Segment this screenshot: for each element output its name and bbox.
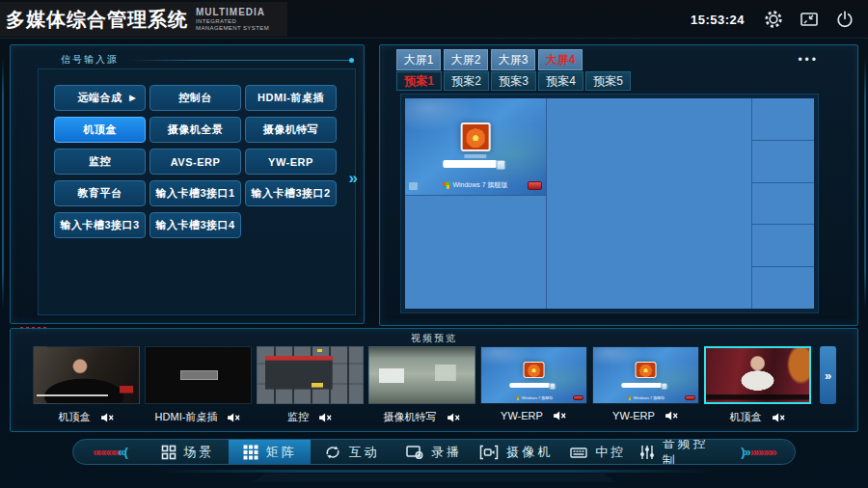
thumbnail-settop-box-2-selected[interactable]: [704, 346, 811, 404]
source-button-slot3-port1[interactable]: 输入卡槽3接口1: [149, 180, 241, 206]
signal-source-header: 信号输入源: [61, 53, 352, 67]
source-button-console[interactable]: 控制台: [149, 85, 241, 111]
wall-column-right: [752, 98, 814, 309]
wall-cell-small-1[interactable]: [752, 98, 814, 141]
source-button-slot3-port4[interactable]: 输入卡槽3接口4: [149, 212, 241, 238]
preview-item-surveillance: 监控: [257, 346, 364, 424]
decor-bottom-trapezoid: [251, 474, 617, 482]
app-root: 多媒体综合管理系统 MULTIMEDIA INTEGRATED MANAGEME…: [0, 0, 868, 488]
nav-items: 场景 矩阵 互动 录播 摄像机 中控: [147, 440, 721, 464]
thumbnail-surveillance[interactable]: [257, 346, 364, 404]
tab-preset-4[interactable]: 预案4: [538, 71, 583, 91]
mute-speaker-icon[interactable]: [772, 412, 786, 423]
interaction-icon: [324, 445, 341, 460]
video-preview-title: 视频预览: [11, 332, 857, 345]
mute-speaker-icon[interactable]: [100, 412, 115, 423]
nav-item-interaction[interactable]: 互动: [311, 440, 393, 464]
thumbnail-camera-closeup[interactable]: [368, 346, 475, 404]
preview-item-camera-closeup: 摄像机特写: [368, 346, 475, 424]
app-subtitle-line2: INTEGRATED MANAGEMENT SYSTEM: [196, 18, 278, 32]
source-button-grid: 远端合成▶ 控制台 HDMI-前桌插 机顶盒 摄像机全景 摄像机特写 监控 AV…: [54, 85, 337, 238]
wall-cell-small-5[interactable]: [752, 267, 814, 309]
camera-icon: [479, 445, 499, 460]
source-button-edu-platform[interactable]: 教育平台: [54, 180, 146, 206]
nav-item-recording[interactable]: 录播: [393, 440, 475, 464]
windows-login-screen: Windows 7 旗舰版: [405, 98, 546, 195]
tab-screen-2[interactable]: 大屏2: [444, 49, 488, 70]
decor-nav-underline: [154, 470, 714, 473]
windows-user-name: [464, 154, 486, 158]
thumbnail-yw-erp-1[interactable]: Windows 7 旗舰版: [480, 346, 587, 404]
mute-speaker-icon[interactable]: [318, 412, 333, 423]
expand-sources-chevron-icon[interactable]: »: [349, 169, 358, 188]
source-button-slot3-port2[interactable]: 输入卡槽3接口2: [245, 180, 337, 206]
more-options-icon[interactable]: •••: [798, 53, 819, 67]
decor-chevrons-right: )»»»»»»: [721, 440, 795, 464]
nav-item-audio-control[interactable]: 音频控制: [639, 440, 721, 464]
clock: 15:53:24: [691, 13, 745, 27]
thumbnail-hdmi-front[interactable]: [145, 346, 252, 404]
app-title-block: 多媒体综合管理系统 MULTIMEDIA INTEGRATED MANAGEME…: [0, 2, 287, 37]
mute-speaker-icon[interactable]: [553, 410, 567, 421]
nav-item-scene[interactable]: 场景: [147, 440, 229, 464]
matrix-grid-icon: [243, 445, 258, 460]
power-icon[interactable]: [833, 8, 856, 31]
wall-cell-small-3[interactable]: [752, 183, 814, 226]
windows-user-avatar: [461, 122, 491, 151]
source-button-settop-box[interactable]: 机顶盒: [54, 117, 146, 143]
windows-shutdown-button: [528, 181, 542, 190]
decor-right-edge: [864, 58, 866, 309]
video-wall-preview[interactable]: Windows 7 旗舰版: [405, 98, 814, 309]
thumb-label: 摄像机特写: [384, 410, 437, 424]
wall-cell-small-4[interactable]: [752, 225, 814, 267]
screen-tabs: 大屏1 大屏2 大屏3 大屏4: [396, 49, 583, 70]
thumb-label: 机顶盒: [59, 410, 91, 424]
wall-cell-large[interactable]: [547, 98, 752, 309]
video-preview-strip: 视频预览 机顶盒 HDMI-前桌插 监控 摄像机特写: [10, 328, 858, 432]
thumbnail-yw-erp-2[interactable]: Windows 7 旗舰版: [592, 346, 699, 404]
source-button-camera-wide[interactable]: 摄像机全景: [149, 117, 241, 143]
big-screen-panel: 大屏1 大屏2 大屏3 大屏4 预案1 预案2 预案3 预案4 预案5 •••: [379, 44, 858, 326]
nav-item-camera[interactable]: 摄像机: [475, 440, 557, 464]
settings-gear-icon[interactable]: [762, 8, 785, 31]
nav-item-matrix[interactable]: 矩阵: [229, 440, 311, 464]
tab-preset-2[interactable]: 预案2: [444, 71, 489, 91]
wall-cell-small-2[interactable]: [752, 141, 814, 183]
thumbnail-settop-box-1[interactable]: [33, 346, 140, 404]
source-button-yw-erp[interactable]: YW-ERP: [245, 149, 337, 175]
wall-cell-blank[interactable]: [405, 196, 546, 309]
app-subtitle: MULTIMEDIA INTEGRATED MANAGEMENT SYSTEM: [196, 7, 278, 32]
wall-column-left: Windows 7 旗舰版: [405, 98, 547, 309]
thumb-label: YW-ERP: [612, 410, 655, 421]
tab-screen-1[interactable]: 大屏1: [396, 49, 441, 70]
source-button-camera-closeup[interactable]: 摄像机特写: [245, 117, 337, 143]
tab-preset-3[interactable]: 预案3: [491, 71, 536, 91]
mute-speaker-icon[interactable]: [665, 410, 679, 421]
decor-chevrons-left: ««««««(: [73, 440, 147, 464]
wall-cell-windows-login[interactable]: Windows 7 旗舰版: [405, 98, 546, 196]
source-button-avs-erp[interactable]: AVS-ERP: [149, 149, 241, 175]
tab-preset-5[interactable]: 预案5: [585, 71, 631, 91]
source-button-slot3-port3[interactable]: 输入卡槽3接口3: [54, 212, 146, 238]
tab-screen-4[interactable]: 大屏4: [538, 49, 583, 70]
mute-speaker-icon[interactable]: [227, 412, 241, 423]
restore-window-icon[interactable]: [798, 8, 821, 31]
source-button-surveillance[interactable]: 监控: [54, 149, 146, 175]
source-button-remote-compose[interactable]: 远端合成▶: [54, 85, 146, 111]
tab-screen-3[interactable]: 大屏3: [491, 49, 535, 70]
thumb-label: 监控: [287, 410, 309, 424]
top-bar: 多媒体综合管理系统 MULTIMEDIA INTEGRATED MANAGEME…: [0, 0, 868, 39]
app-title: 多媒体综合管理系统: [6, 7, 188, 33]
next-thumbnails-chevron-icon[interactable]: »: [820, 346, 836, 404]
preset-tabs: 预案1 预案2 预案3 预案4 预案5: [396, 71, 631, 91]
top-bar-controls: 15:53:24: [691, 0, 856, 39]
signal-source-title: 信号输入源: [61, 53, 119, 67]
source-button-hdmi-front[interactable]: HDMI-前桌插: [245, 85, 337, 111]
signal-source-panel: 信号输入源 远端合成▶ 控制台 HDMI-前桌插 机顶盒 摄像机全景 摄像机特写…: [10, 44, 365, 324]
central-control-icon: [570, 445, 587, 460]
mute-speaker-icon[interactable]: [447, 412, 461, 423]
preview-item-yw-erp-1: Windows 7 旗舰版 YW-ERP: [480, 346, 587, 424]
nav-item-central-control[interactable]: 中控: [557, 440, 639, 464]
tab-preset-1[interactable]: 预案1: [396, 71, 442, 91]
audio-mixer-icon: [639, 445, 655, 460]
